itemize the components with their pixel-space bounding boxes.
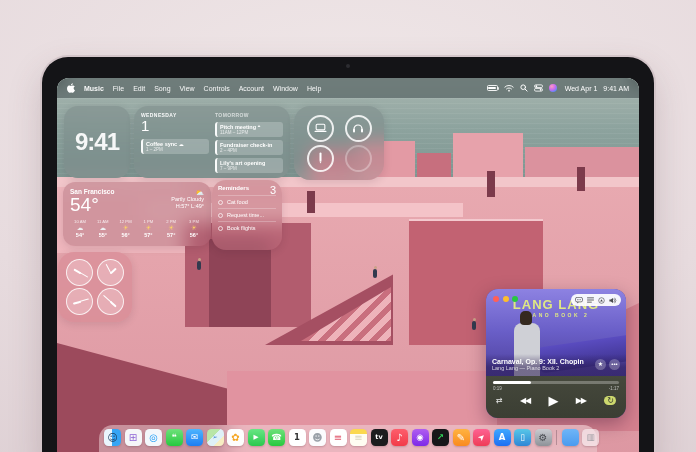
reminders-widget[interactable]: Reminders 3 Cat food Request time... Boo… [212,180,282,250]
lyrics-icon[interactable] [575,297,583,304]
calendar-widget[interactable]: WEDNESDAY 1 Coffee sync ☁ 1 – 2PM TOMORR… [134,106,290,178]
reminder-label: Cat food [227,199,248,205]
weather-high-low: H:57° L:49° [171,203,204,210]
reminders-count: 3 [270,185,276,195]
battery-ring-headphones [345,115,372,142]
menu-time[interactable]: 9:41 AM [603,85,629,92]
headphones-icon [352,123,364,133]
dock-icon-reminders[interactable]: ≡ [330,429,347,446]
queue-icon[interactable] [587,297,594,303]
dock-divider [556,430,557,445]
menu-item-account[interactable]: Account [239,85,264,92]
wallpaper-courtyard-shadow [209,239,271,327]
volume-icon[interactable] [609,297,617,304]
menu-item-song[interactable]: Song [154,85,170,92]
previous-button[interactable]: ◀◀ [520,396,530,405]
favorite-star-button[interactable]: ★ [595,359,606,370]
reminder-item: Request time... [218,208,276,221]
dock-icon-maps[interactable]: ➢ [207,429,224,446]
dock-icon-pages[interactable]: ✎ [453,429,470,446]
menu-date[interactable]: Wed Apr 1 [565,85,598,92]
album-art-subtitle: PIANO BOOK 2 [486,312,626,318]
battery-ring-laptop [307,115,334,142]
repeat-button[interactable]: ↻ [604,396,616,405]
dock-icon-app-store[interactable]: A [494,429,511,446]
play-button[interactable]: ▶ [548,393,557,408]
weather-hour: 10 AM ☁ 54° [70,219,90,238]
dock-icon-finder[interactable]: ☺ [104,429,121,446]
dock-icon-trash[interactable]: ▥ [582,429,599,446]
dock-icon-contacts[interactable]: ☻ [309,429,326,446]
music-miniplayer-window[interactable]: LANG LANG PIANO BOOK 2 Carnaval, Op. 9: … [486,289,626,418]
remaining-time: -1:17 [609,386,619,391]
dock-icon-mail[interactable]: ✉ [186,429,203,446]
dock-icon-phone[interactable]: ☎ [268,429,285,446]
event-time: 11AM – 12PM [220,130,280,135]
shuffle-button[interactable]: ⇄ [496,396,502,405]
zoom-button[interactable] [512,296,518,302]
dock-icon-music[interactable]: ♪ [391,429,408,446]
control-center-icon[interactable] [534,84,543,93]
dock-icon-photos[interactable]: ✿ [227,429,244,446]
wifi-icon[interactable] [504,84,514,93]
battery-ring-pencil [307,145,334,172]
menu-item-window[interactable]: Window [273,85,298,92]
player-controls-area: 0:19 -1:17 ⇄ ◀◀ ▶ ▶▶ ↻ [486,376,626,418]
wallpaper-dancer [472,321,476,330]
partly-cloudy-icon: ⛅ [171,189,204,196]
progress-bar[interactable] [493,381,619,384]
menu-bar: Music File Edit Song View Controls Accou… [57,78,639,98]
dock-icon-messages[interactable]: ❝ [166,429,183,446]
dock-icon-safari[interactable]: ◎ [145,429,162,446]
batteries-widget[interactable] [294,106,384,180]
calendar-tomorrow-column: TOMORROW Pitch meeting ❝ 11AM – 12PM Fun… [215,112,283,172]
airplay-icon[interactable] [598,297,605,304]
dock-icon-app-library[interactable]: ⊞ [125,429,142,446]
photo-background: Music File Edit Song View Controls Accou… [0,0,696,452]
calendar-event[interactable]: Fundraiser check-in 2 – 4PM [215,140,283,155]
menu-item-controls[interactable]: Controls [204,85,230,92]
reminder-checkbox[interactable] [218,226,223,231]
close-button[interactable] [493,296,499,302]
dock-icon-calendar[interactable]: 1 [289,429,306,446]
menu-item-help[interactable]: Help [307,85,321,92]
calendar-event[interactable]: Coffee sync ☁ 1 – 2PM [141,139,209,154]
dock-icon-folder[interactable] [562,429,579,446]
wallpaper-window-slot [307,191,315,213]
menu-item-edit[interactable]: Edit [133,85,145,92]
menu-item-file[interactable]: File [113,85,124,92]
laptop-icon [314,123,327,133]
sun-icon: ☀ [116,224,136,232]
ipad-device: Music File Edit Song View Controls Accou… [42,57,654,452]
calendar-event[interactable]: Lily's art opening 7 – 9PM [215,158,283,173]
ipad-screen: Music File Edit Song View Controls Accou… [57,78,639,452]
menu-item-view[interactable]: View [180,85,195,92]
cloud-icon: ☁ [93,224,113,232]
progress-fill [493,381,531,384]
dock-icon-settings[interactable]: ⚙ [535,429,552,446]
dock-icon-facetime[interactable]: ▶ [248,429,265,446]
dock-icon-tv[interactable]: tv [371,429,388,446]
apple-menu-icon[interactable] [67,83,75,93]
dock-icon-stocks[interactable]: ↗ [432,429,449,446]
reminder-item: Book flights [218,221,276,234]
next-button[interactable]: ▶▶ [576,396,586,405]
dock-icon-podcasts[interactable]: ◉ [412,429,429,446]
more-options-button[interactable]: ••• [609,359,620,370]
clock-widget[interactable]: 9:41 [64,106,130,178]
reminder-checkbox[interactable] [218,213,223,218]
reminder-checkbox[interactable] [218,200,223,205]
reminder-label: Book flights [227,225,255,231]
siri-icon[interactable] [549,84,557,92]
weather-widget[interactable]: San Francisco 54° ⛅ Partly Cloudy H:57° … [63,182,211,246]
reminder-item: Cat food [218,195,276,208]
world-clock-widget[interactable] [58,252,132,322]
dock-icon-rocket-app[interactable]: ➤ [473,429,490,446]
calendar-event[interactable]: Pitch meeting ❝ 11AM – 12PM [215,122,283,137]
minimize-button[interactable] [503,296,509,302]
battery-icon[interactable] [487,85,498,91]
search-icon[interactable] [520,84,528,93]
dock-icon-notes[interactable]: ≡ [350,429,367,446]
dock-icon-iphone-mirroring[interactable]: ▯ [514,429,531,446]
menu-item-music[interactable]: Music [84,85,104,92]
